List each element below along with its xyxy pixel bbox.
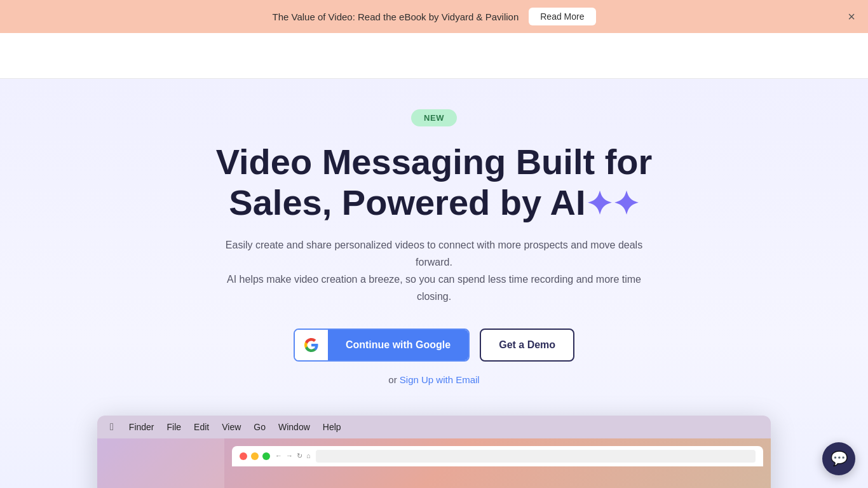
traffic-lights <box>240 452 270 460</box>
banner-close-button[interactable]: × <box>848 10 855 23</box>
mac-sidebar <box>97 438 224 488</box>
address-bar <box>316 450 756 463</box>
signup-email-link[interactable]: Sign Up with Email <box>400 374 480 385</box>
browser-chrome: ← → ↻ ⌂ <box>232 446 763 466</box>
browser-nav: ← → ↻ ⌂ <box>275 452 311 460</box>
signup-alt: or Sign Up with Email <box>388 374 479 385</box>
forward-icon: → <box>286 452 293 460</box>
menu-edit: Edit <box>194 422 209 432</box>
menu-file: File <box>167 422 182 432</box>
new-badge: NEW <box>411 109 457 126</box>
menu-go: Go <box>254 422 266 432</box>
subheadline-line2: AI helps make video creation a breeze, s… <box>227 274 641 302</box>
google-icon <box>304 337 319 353</box>
chat-widget[interactable]: 💬 <box>822 442 855 475</box>
close-traffic-light <box>240 452 247 460</box>
mac-preview-window:  Finder File Edit View Go Window Help <box>97 416 771 488</box>
top-banner: The Value of Video: Read the eBook by Vi… <box>0 0 868 33</box>
banner-text: The Value of Video: Read the eBook by Vi… <box>272 11 519 22</box>
apple-logo-icon:  <box>110 421 114 433</box>
main-content: NEW Video Messaging Built for Sales, Pow… <box>0 79 868 488</box>
cta-buttons: Continue with Google Get a Demo <box>294 329 574 362</box>
mac-menu-items: Finder File Edit View Go Window Help <box>129 422 341 432</box>
get-demo-button[interactable]: Get a Demo <box>480 329 574 362</box>
chat-icon: 💬 <box>831 451 848 467</box>
headline-line1: Video Messaging Built for <box>216 142 653 182</box>
headline-line2: Sales, Powered by AI <box>229 182 585 222</box>
menu-view: View <box>222 422 241 432</box>
signup-alt-prefix: or <box>388 374 397 385</box>
google-signin-button[interactable]: Continue with Google <box>294 329 470 362</box>
home-icon: ⌂ <box>306 452 311 460</box>
subheadline-line1: Easily create and share personalized vid… <box>226 240 642 268</box>
sparkle-icon: ✦✦ <box>586 186 639 223</box>
refresh-icon: ↻ <box>297 452 302 460</box>
google-btn-label: Continue with Google <box>328 330 468 360</box>
navbar <box>0 33 868 79</box>
back-icon: ← <box>275 452 282 460</box>
mac-menubar:  Finder File Edit View Go Window Help <box>97 416 771 438</box>
mac-browser-area: ← → ↻ ⌂ <box>224 438 771 488</box>
menu-window: Window <box>278 422 310 432</box>
menu-finder: Finder <box>129 422 154 432</box>
maximize-traffic-light <box>262 452 270 460</box>
google-icon-wrapper <box>295 329 328 362</box>
menu-help: Help <box>323 422 341 432</box>
hero-headline: Video Messaging Built for Sales, Powered… <box>216 142 653 224</box>
mac-content-area: ← → ↻ ⌂ <box>97 438 771 488</box>
minimize-traffic-light <box>251 452 259 460</box>
hero-subheadline: Easily create and share personalized vid… <box>218 236 650 306</box>
read-more-button[interactable]: Read More <box>529 8 595 25</box>
